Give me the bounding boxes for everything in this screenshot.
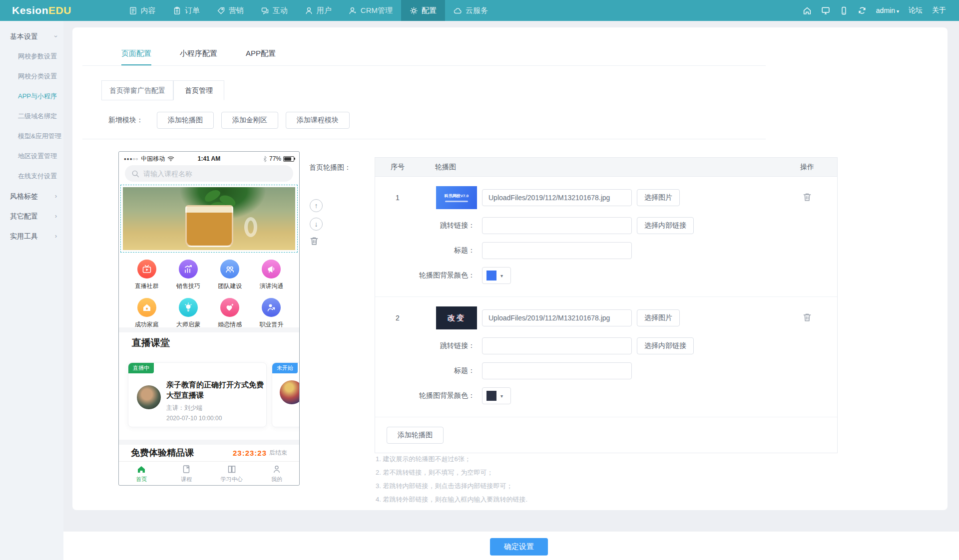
clipboard-icon [173,6,181,15]
header-action: 操作 [777,163,837,172]
choose-image-button[interactable]: 选择图片 [637,309,680,326]
countdown-suffix: 后结束 [269,449,287,457]
sidebar-item-online-payment[interactable]: 在线支付设置 [0,166,63,186]
home-icon[interactable] [803,6,812,15]
grid-item-team-building[interactable]: 团队建设 [209,260,251,290]
brand-logo[interactable]: KesionEDU [12,4,71,16]
topnav-right: admin▾ 论坛 关于 [803,6,959,15]
topnav-item-marketing[interactable]: 营销 [208,0,252,21]
help-note: 2. 若不跳转链接，则不填写，为空即可； [376,466,527,479]
phone-tab-label: 学习中心 [221,476,243,483]
phone-tab-label: 课程 [181,476,192,483]
logo-primary: Kesion [12,4,48,16]
grid-item-master-enlightenment[interactable]: 大师启蒙 [167,298,209,329]
course-search-input[interactable] [143,170,287,178]
add-kingkong-module-button[interactable]: 添加金刚区 [221,112,278,129]
help-note: 3. 若跳转内部链接，则点击选择内部链接即可； [376,479,527,493]
grid-item-sales-skills[interactable]: 销售技巧 [167,260,209,290]
add-carousel-module-button[interactable]: 添加轮播图 [157,112,214,129]
link-input[interactable] [482,337,632,354]
phone-search-bar[interactable] [125,165,293,182]
sidebar-item-school-categories[interactable]: 网校分类设置 [0,66,63,86]
bg-color-picker[interactable]: ▾ [482,267,511,284]
sidebar-group-other-config[interactable]: 其它配置› [0,206,63,226]
sidebar-item-region-settings[interactable]: 地区设置管理 [0,146,63,166]
chevron-down-icon: › [46,35,66,37]
about-link[interactable]: 关于 [932,6,946,15]
delete-row-button[interactable] [777,192,837,204]
carousel-row: 2 改变 选择图片 跳转链接： 选择内部链接 标题： 轮播图背景颜色： ▾ [375,297,837,417]
monitor-icon[interactable] [821,6,830,15]
sidebar-group-style-tags[interactable]: 风格标签› [0,186,63,206]
choose-internal-link-button[interactable]: 选择内部链接 [637,337,694,354]
topnav-item-content[interactable]: 内容 [120,0,164,21]
choose-image-button[interactable]: 选择图片 [637,189,680,206]
tv-icon [137,260,156,279]
carousel-section-label: 首页轮播图： [287,163,351,172]
add-carousel-row-button[interactable]: 添加轮播图 [387,427,444,444]
topnav-menu: 内容 订单 营销 互动 用户 CRM管理 [120,0,496,21]
carousel-module-selected[interactable] [120,185,298,253]
footer-bar: 确定设置 [63,532,959,560]
course-teacher: 主讲：刘少端 [166,404,202,412]
sync-icon[interactable] [858,6,867,15]
phone-tab-courses: 课程 [164,462,209,486]
tab-miniprogram-config[interactable]: 小程序配置 [180,41,217,65]
person-icon [272,464,282,474]
move-down-button[interactable]: ↓ [310,218,323,231]
grid-item-live-community[interactable]: 直播社群 [126,260,167,290]
user-plus-icon [349,6,357,15]
image-path-input[interactable] [482,189,632,206]
sidebar-group-utilities[interactable]: 实用工具› [0,226,63,246]
account-menu[interactable]: admin▾ [876,6,899,14]
sidebar-group-basic-settings[interactable]: 基本设置› [0,26,63,46]
help-notes: 1. 建议展示的轮播图不超过6张； 2. 若不跳转链接，则不填写，为空即可； 3… [376,452,527,506]
title-input[interactable] [482,362,632,379]
grid-item-label: 团队建设 [218,282,242,290]
topnav-item-label: 用户 [317,6,332,15]
topnav-item-label: 订单 [185,6,200,15]
sidebar-item-school-params[interactable]: 网校参数设置 [0,46,63,66]
grid-item-successful-family[interactable]: 成功家庭 [126,298,167,329]
sidebar-item-model-app-management[interactable]: 模型&应用管理 [0,126,63,146]
tab-home-management[interactable]: 首页管理 [173,80,224,100]
topnav-item-interaction[interactable]: 互动 [252,0,296,21]
sidebar-item-app-miniprogram[interactable]: APP与小程序 [0,86,63,106]
image-path-input[interactable] [482,309,632,326]
confirm-settings-button[interactable]: 确定设置 [490,538,548,556]
sidebar-group-label: 其它配置 [10,212,38,220]
delete-module-button[interactable] [310,236,323,246]
delete-row-button[interactable] [777,312,837,324]
grid-item-speech-communication[interactable]: 演讲沟通 [251,260,292,290]
phone-tab-mine: 我的 [254,462,299,486]
topnav-item-label: 配置 [422,6,437,15]
bg-color-picker[interactable]: ▾ [482,387,511,404]
grid-item-love-emotion[interactable]: 婚恋情感 [209,298,251,329]
forum-link[interactable]: 论坛 [909,6,923,15]
tab-page-config[interactable]: 页面配置 [121,41,151,65]
topnav-item-config[interactable]: 配置 [401,0,445,21]
carousel-image-preview [123,187,295,250]
grid-item-label: 销售技巧 [176,282,200,290]
add-course-module-button[interactable]: 添加课程模块 [286,112,350,129]
choose-internal-link-button[interactable]: 选择内部链接 [637,217,694,234]
move-up-button[interactable]: ↑ [310,199,323,212]
link-input[interactable] [482,217,632,234]
mobile-icon[interactable] [840,6,848,15]
tab-home-popup-ad[interactable]: 首页弹窗广告配置 [101,80,173,100]
topnav-item-orders[interactable]: 订单 [164,0,208,21]
logo-accent: EDU [48,4,71,16]
grid-item-career-promotion[interactable]: 职业晋升 [251,298,292,329]
title-input[interactable] [482,242,632,259]
chevron-down-icon: ▾ [897,8,899,14]
tab-app-config[interactable]: APP配置 [246,41,276,65]
sidebar-item-subdomain-binding[interactable]: 二级域名绑定 [0,106,63,126]
topnav-item-cloud[interactable]: 云服务 [445,0,496,21]
glass-handle-decor [244,217,257,237]
document-icon [129,6,137,15]
topnav-item-crm[interactable]: CRM管理 [340,0,401,21]
chevron-right-icon: › [55,206,57,226]
topnav-item-users[interactable]: 用户 [296,0,340,21]
add-module-label: 新增模块： [108,116,143,125]
phone-tab-bar: 首页 课程 学习中心 我的 [119,461,299,486]
